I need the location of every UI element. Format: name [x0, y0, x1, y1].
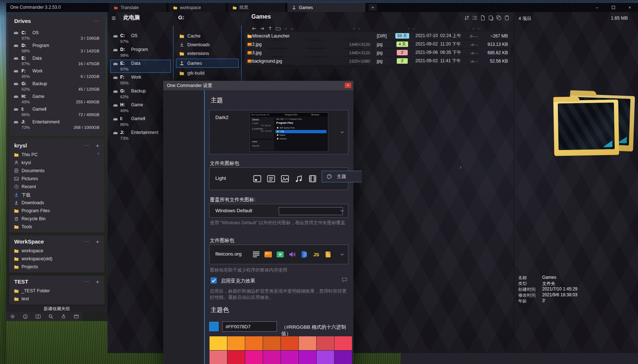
- drive-row[interactable]: J:Entertainment73%268 / 1000GB: [9, 119, 105, 131]
- panel-collapse-right-handle[interactable]: ›: [460, 164, 462, 170]
- palette-swatch[interactable]: [227, 351, 245, 364]
- tree-item-G:[interactable]: G:Backup62%: [110, 87, 171, 100]
- favorite-item[interactable]: krysl: [9, 159, 105, 167]
- folder-item-Games[interactable]: Games: [176, 59, 239, 68]
- new-tab-button[interactable]: +: [369, 4, 377, 11]
- favorite-item[interactable]: 下载: [9, 191, 105, 199]
- sort-column-buttons[interactable]: [407, 27, 416, 31]
- favorite-item[interactable]: workspace(old): [9, 255, 105, 263]
- chevron-down-icon[interactable]: [339, 208, 345, 214]
- palette-swatch[interactable]: [299, 336, 316, 350]
- menu-icon[interactable]: [111, 15, 117, 21]
- favorite-item[interactable]: _TEST Folder: [9, 287, 105, 295]
- favorites-add-button[interactable]: +: [96, 238, 99, 245]
- close-button[interactable]: ×: [622, 3, 638, 12]
- sort-desc-icon[interactable]: [357, 27, 361, 31]
- folder-item-gtk-build[interactable]: gtk-build: [176, 69, 239, 77]
- search-button[interactable]: [44, 312, 57, 321]
- override-input[interactable]: [279, 207, 343, 215]
- palette-swatch[interactable]: [334, 336, 352, 350]
- tab-Games[interactable]: Games: [287, 3, 366, 12]
- current-color-swatch[interactable]: [209, 322, 219, 331]
- expand-icon[interactable]: [284, 27, 288, 31]
- tree-item-I:[interactable]: I:GameⅡ86%: [110, 115, 171, 128]
- column-divider[interactable]: [514, 12, 514, 353]
- drives-menu-button[interactable]: ···: [94, 18, 99, 23]
- favorite-item[interactable]: test: [9, 295, 105, 303]
- favorite-item[interactable]: Downloads: [9, 199, 105, 207]
- info-button[interactable]: [19, 312, 31, 321]
- favorites-menu-button[interactable]: ···: [84, 142, 90, 148]
- dual-pane-button[interactable]: [32, 312, 44, 321]
- collapse-icon[interactable]: [290, 27, 294, 31]
- drive-row[interactable]: C:OS97%3 / 106GB: [9, 29, 105, 42]
- minimize-button[interactable]: –: [589, 3, 605, 12]
- favorites-menu-button[interactable]: ···: [84, 238, 90, 244]
- file-icon-pack-selector[interactable]: fileicons.org JS: [209, 245, 348, 264]
- file-row[interactable]: background.jpg1920×1080jpg3'2021-09-02 1…: [245, 57, 511, 65]
- favorites-add-button[interactable]: +: [96, 278, 99, 285]
- drive-row[interactable]: G:Backup62%45 / 120GB: [9, 80, 105, 93]
- palette-swatch[interactable]: [210, 351, 227, 364]
- tree-item-F:[interactable]: F:Work95%: [110, 74, 171, 87]
- sort-asc-icon[interactable]: [352, 27, 356, 31]
- palette-swatch[interactable]: [263, 336, 281, 350]
- sort-column-buttons[interactable]: [472, 27, 481, 31]
- file-row[interactable]: 3.jpg1440×3120jpg3'2021-09-06 06:35 下午-a…: [245, 49, 511, 56]
- palette-swatch[interactable]: [245, 351, 263, 364]
- tree-item-D:[interactable]: D:Program98%: [110, 46, 171, 59]
- folder-outline-button[interactable]: [275, 26, 281, 31]
- palette-swatch[interactable]: [334, 351, 352, 364]
- new-favorites-group-button[interactable]: 新建收藏夹组: [6, 305, 107, 312]
- drive-row[interactable]: F:Work95%6 / 120GB: [9, 68, 105, 80]
- drive-row[interactable]: I:GameⅡ86%72 / 499GB: [9, 106, 105, 119]
- panel-collapse-left-handle[interactable]: ‹: [97, 150, 99, 156]
- sort-updown-button[interactable]: [464, 15, 470, 21]
- sort-desc-icon[interactable]: [477, 27, 481, 31]
- override-selector[interactable]: Windows Default: [209, 204, 348, 218]
- file-row[interactable]: Minecraft Launcher[DIR]59 天2021-07-10 02…: [245, 32, 511, 40]
- favorites-add-button[interactable]: +: [96, 142, 99, 149]
- acrylic-checkbox[interactable]: [211, 277, 217, 284]
- tab-Translate[interactable]: Translate: [109, 3, 167, 12]
- favorite-item[interactable]: Pictures: [9, 175, 105, 183]
- favorite-item[interactable]: Recent: [9, 183, 105, 191]
- favorite-item[interactable]: workspace: [9, 247, 105, 255]
- folder-item-Downloads[interactable]: Downloads: [176, 41, 239, 49]
- sort-asc-icon[interactable]: [407, 27, 411, 31]
- toolbar-copy-button[interactable]: [496, 15, 502, 21]
- tree-item-E:[interactable]: E:Data97%: [110, 60, 171, 73]
- toolbar-file-button[interactable]: [480, 15, 486, 21]
- palette-swatch[interactable]: [317, 351, 334, 364]
- tab-炫黑[interactable]: 炫黑: [228, 3, 286, 12]
- favorite-item[interactable]: This PC: [9, 151, 105, 159]
- palette-swatch[interactable]: [227, 336, 245, 350]
- sort-desc-icon[interactable]: [412, 27, 416, 31]
- color-hex-input[interactable]: #FF0078D7: [222, 321, 277, 332]
- chevron-down-icon[interactable]: [339, 252, 345, 257]
- favorite-item[interactable]: Tools: [9, 223, 105, 231]
- dialog-close-button[interactable]: ×: [345, 83, 351, 88]
- tree-item-C:[interactable]: C:OS97%: [110, 32, 171, 45]
- favorites-menu-button[interactable]: ···: [84, 278, 90, 284]
- folder-item-extensions[interactable]: extensions: [176, 50, 239, 58]
- toolbar-file2-button[interactable]: [488, 15, 494, 21]
- sort-column-buttons[interactable]: [352, 27, 361, 31]
- palette-swatch[interactable]: [281, 351, 298, 364]
- palette-swatch[interactable]: [263, 351, 281, 364]
- back-button[interactable]: [251, 26, 257, 31]
- dialog-titlebar[interactable]: One Commander 设置 ×: [163, 81, 353, 90]
- toolbar-list-button[interactable]: [472, 15, 478, 21]
- drive-row[interactable]: D:Program98%3 / 142GB: [9, 42, 105, 55]
- drive-row[interactable]: E:Data97%16 / 475GB: [9, 55, 105, 68]
- favorite-item[interactable]: Program Files: [9, 207, 105, 215]
- drive-row[interactable]: H:Game49%255 / 499GB: [9, 93, 105, 106]
- palette-swatch[interactable]: [210, 336, 227, 350]
- maximize-button[interactable]: [605, 3, 622, 12]
- favorite-item[interactable]: Documents: [9, 167, 105, 175]
- favorite-item[interactable]: Projects: [9, 263, 105, 271]
- dialog-nav-主题[interactable]: 主题: [322, 171, 362, 182]
- folder-item-Cache[interactable]: Cache: [176, 32, 239, 40]
- palette-swatch[interactable]: [317, 336, 334, 350]
- tab-workspace[interactable]: workspace: [169, 3, 226, 12]
